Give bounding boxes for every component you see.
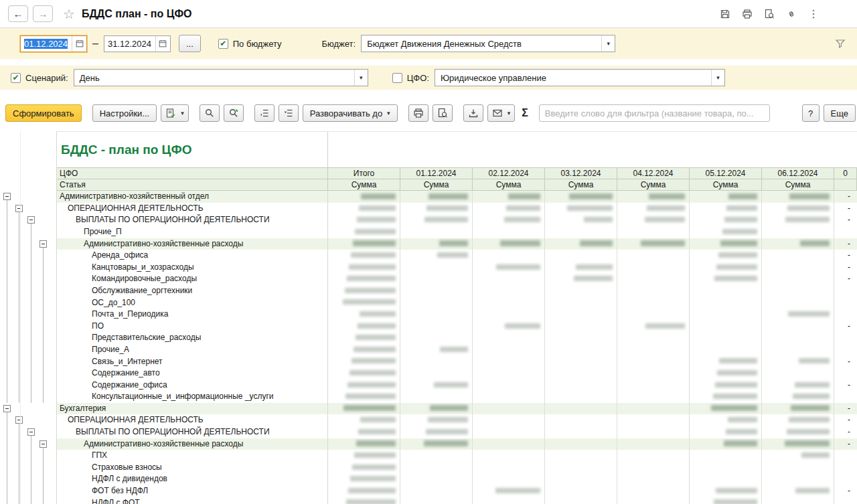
value-cell[interactable] <box>545 214 617 226</box>
value-cell[interactable] <box>690 332 762 344</box>
value-cell[interactable] <box>400 497 473 504</box>
value-cell[interactable] <box>690 203 762 215</box>
value-cell[interactable] <box>328 285 400 297</box>
cfo-checkbox[interactable] <box>392 73 402 83</box>
value-cell[interactable] <box>473 203 545 215</box>
value-cell[interactable] <box>617 403 690 415</box>
value-cell[interactable] <box>328 473 400 485</box>
value-cell[interactable] <box>473 238 545 250</box>
row-label[interactable]: Административно-хозяйственные расходы <box>57 238 328 250</box>
value-cell[interactable] <box>617 297 690 309</box>
value-cell[interactable] <box>690 485 762 497</box>
value-cell[interactable] <box>545 485 617 497</box>
value-cell[interactable] <box>328 497 400 504</box>
value-cell[interactable] <box>545 203 617 215</box>
value-cell[interactable] <box>617 438 690 450</box>
expand-groups-button[interactable] <box>279 104 299 122</box>
value-cell[interactable] <box>617 332 690 344</box>
favorite-star-icon[interactable]: ☆ <box>63 6 75 22</box>
row-label[interactable]: Прочие_П <box>57 226 328 238</box>
value-cell[interactable] <box>617 426 690 438</box>
value-cell[interactable] <box>473 250 545 262</box>
value-cell[interactable] <box>762 450 834 462</box>
value-cell[interactable] <box>617 285 690 297</box>
value-cell[interactable] <box>690 191 762 203</box>
value-cell[interactable] <box>400 462 473 474</box>
value-cell[interactable] <box>473 262 545 274</box>
value-cell[interactable] <box>545 438 617 450</box>
value-cell[interactable] <box>762 226 834 238</box>
value-cell[interactable] <box>617 262 690 274</box>
value-cell[interactable] <box>762 391 834 403</box>
row-label[interactable]: ВЫПЛАТЫ ПО ОПЕРАЦИОННОЙ ДЕЯТЕЛЬНОСТИ <box>57 214 328 226</box>
value-cell[interactable] <box>617 309 690 321</box>
settings-button[interactable]: Настройки... <box>92 104 157 122</box>
value-cell[interactable] <box>400 214 473 226</box>
value-cell[interactable] <box>473 191 545 203</box>
help-button[interactable]: ? <box>802 104 820 122</box>
print-button[interactable] <box>408 104 428 122</box>
value-cell[interactable] <box>690 250 762 262</box>
date-to-field[interactable]: 31.12.2024 <box>104 35 171 52</box>
value-cell[interactable] <box>690 309 762 321</box>
value-cell[interactable] <box>617 450 690 462</box>
value-cell[interactable] <box>400 226 473 238</box>
value-cell[interactable] <box>545 297 617 309</box>
value-cell[interactable] <box>690 438 762 450</box>
value-cell[interactable] <box>617 250 690 262</box>
value-cell[interactable] <box>545 191 617 203</box>
back-button[interactable]: ← <box>8 5 28 22</box>
value-cell[interactable] <box>762 214 834 226</box>
value-cell[interactable] <box>400 203 473 215</box>
row-label[interactable]: Страховые взносы <box>57 462 328 474</box>
calendar-icon[interactable] <box>155 36 170 52</box>
value-cell[interactable] <box>545 238 617 250</box>
value-cell[interactable] <box>762 332 834 344</box>
value-cell[interactable] <box>400 473 473 485</box>
value-cell[interactable] <box>545 250 617 262</box>
sum-sigma-icon[interactable]: Σ <box>522 107 528 119</box>
value-cell[interactable] <box>545 380 617 392</box>
value-cell[interactable] <box>545 497 617 504</box>
value-cell[interactable] <box>690 297 762 309</box>
tree-collapse-icon[interactable] <box>40 440 47 448</box>
quick-filter-input[interactable] <box>539 104 770 122</box>
row-label[interactable]: Командировочные_расходы <box>57 273 328 285</box>
report-variants-button[interactable]: ▾ <box>161 104 189 122</box>
value-cell[interactable] <box>473 321 545 333</box>
row-label[interactable]: ФОТ без НДФЛ <box>57 485 328 497</box>
row-label[interactable]: ОС_до_100 <box>57 297 328 309</box>
value-cell[interactable] <box>545 426 617 438</box>
collapse-groups-button[interactable] <box>254 104 275 122</box>
value-cell[interactable] <box>690 285 762 297</box>
value-cell[interactable] <box>473 380 545 392</box>
value-cell[interactable] <box>545 321 617 333</box>
cfo-select[interactable]: Юридическое управление ▾ <box>435 69 725 86</box>
row-label[interactable]: ПО <box>57 321 328 333</box>
value-cell[interactable] <box>545 473 617 485</box>
value-cell[interactable] <box>762 203 834 215</box>
calendar-icon[interactable] <box>72 36 86 52</box>
value-cell[interactable] <box>545 391 617 403</box>
value-cell[interactable] <box>545 344 617 356</box>
value-cell[interactable] <box>617 238 690 250</box>
value-cell[interactable] <box>545 309 617 321</box>
scenario-checkbox[interactable]: ✔ <box>11 73 21 83</box>
value-cell[interactable] <box>690 450 762 462</box>
value-cell[interactable] <box>762 497 834 504</box>
row-label[interactable]: Консультационные_и_информационные _услуг… <box>57 391 328 403</box>
value-cell[interactable] <box>617 226 690 238</box>
value-cell[interactable] <box>545 450 617 462</box>
value-cell[interactable] <box>400 297 473 309</box>
row-label[interactable]: НДФЛ с дивидендов <box>57 473 328 485</box>
send-email-button[interactable]: ▾ <box>487 104 516 122</box>
value-cell[interactable] <box>690 226 762 238</box>
value-cell[interactable] <box>617 414 690 426</box>
value-cell[interactable] <box>328 391 400 403</box>
value-cell[interactable] <box>328 250 400 262</box>
value-cell[interactable] <box>690 321 762 333</box>
value-cell[interactable] <box>617 273 690 285</box>
value-cell[interactable] <box>400 262 473 274</box>
search-button[interactable] <box>200 104 220 122</box>
value-cell[interactable] <box>545 332 617 344</box>
